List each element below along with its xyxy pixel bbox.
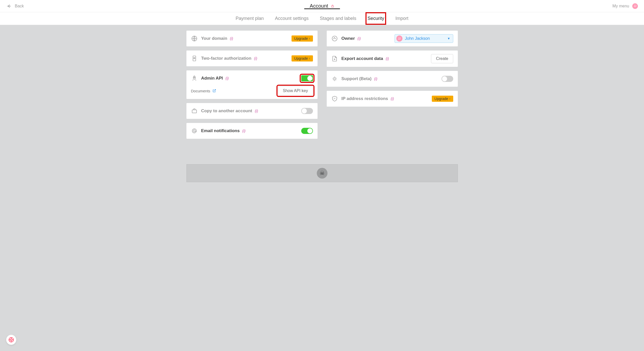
svg-text:IP: IP: [334, 97, 335, 100]
arrow-up-icon: ↑: [309, 57, 310, 60]
svg-rect-2: [193, 56, 196, 61]
danger-zone-band[interactable]: ☠: [186, 164, 458, 182]
info-icon[interactable]: (i): [225, 76, 229, 80]
info-icon[interactable]: (i): [255, 109, 258, 113]
svg-rect-3: [194, 58, 195, 59]
card-support: Support (Beta) (i): [327, 71, 458, 87]
top-right-group: My menu JJ: [612, 3, 638, 9]
help-fab[interactable]: [6, 335, 16, 345]
card-two-factor: Two-factor authorization (i) Upgrade ↑: [186, 51, 318, 66]
tab-security[interactable]: Security: [366, 13, 386, 24]
svg-point-10: [10, 339, 12, 341]
arrow-left-icon: [6, 3, 12, 9]
my-menu-link[interactable]: My menu: [612, 4, 629, 8]
create-button[interactable]: Create: [431, 54, 453, 63]
owner-avatar: JJ: [396, 35, 402, 42]
skull-icon: ☠: [317, 168, 327, 179]
card-your-domain: Your domain (i) Upgrade ↑: [186, 31, 318, 46]
tab-stages-labels[interactable]: Stages and labels: [318, 13, 358, 24]
tab-payment-plan[interactable]: Payment plan: [234, 13, 265, 24]
info-icon[interactable]: (i): [254, 56, 257, 60]
card-admin-api: Admin API (i) Documents Show API key: [186, 70, 318, 99]
copy-account-label: Copy to another account: [201, 108, 252, 113]
documents-link[interactable]: Documents: [191, 89, 217, 93]
owner-name: John Jackson: [405, 36, 430, 41]
support-toggle[interactable]: [441, 76, 453, 82]
copy-account-toggle[interactable]: [301, 108, 313, 114]
shield-ip-icon: IP: [331, 95, 338, 102]
email-notifications-label: Email notifications: [201, 128, 240, 133]
briefcase-icon: [191, 108, 198, 114]
two-factor-label: Two-factor authorization: [201, 56, 251, 61]
arrow-up-icon: ↑: [449, 97, 451, 100]
rocket-icon: [191, 75, 198, 82]
svg-rect-0: [332, 6, 334, 7]
tab-import[interactable]: Import: [394, 13, 410, 24]
upgrade-button-ip[interactable]: Upgrade ↑: [432, 96, 453, 102]
external-link-icon: [212, 89, 216, 93]
support-label: Support (Beta): [342, 76, 372, 81]
svg-point-4: [194, 77, 195, 78]
card-copy-account: Copy to another account (i): [186, 103, 318, 119]
top-title-group: Account: [310, 3, 334, 9]
back-button[interactable]: Back: [6, 3, 24, 9]
info-icon[interactable]: (i): [242, 129, 245, 133]
lock-icon: [331, 4, 334, 8]
chevron-down-icon: ▼: [447, 37, 450, 40]
info-icon[interactable]: (i): [391, 97, 394, 101]
device-icon: [191, 55, 198, 62]
ip-restrictions-label: IP address restrictions: [342, 96, 388, 101]
info-icon[interactable]: (i): [374, 77, 377, 81]
show-api-key-button[interactable]: Show API key: [278, 86, 313, 95]
top-bar: Back Account My menu JJ: [0, 0, 644, 12]
export-label: Export account data: [342, 56, 383, 61]
svg-rect-5: [192, 110, 196, 113]
owner-select[interactable]: JJ John Jackson ▼: [395, 34, 453, 43]
info-icon[interactable]: (i): [386, 57, 389, 61]
content-area: Your domain (i) Upgrade ↑: [0, 25, 644, 351]
your-domain-label: Your domain: [201, 36, 228, 41]
card-export: Export account data (i) Create: [327, 51, 458, 67]
tab-account-settings[interactable]: Account settings: [273, 13, 310, 24]
upgrade-button-domain[interactable]: Upgrade ↑: [292, 35, 313, 42]
arrow-up-icon: ↑: [309, 37, 310, 40]
page-title: Account: [310, 3, 328, 9]
info-icon[interactable]: (i): [230, 36, 233, 41]
card-ip-restrictions: IP IP address restrictions (i) Upgrade ↑: [327, 91, 458, 107]
svg-point-6: [193, 130, 195, 132]
admin-api-label: Admin API: [201, 76, 223, 81]
card-owner: Owner (i) JJ John Jackson ▼: [327, 31, 458, 46]
upgrade-button-2fa[interactable]: Upgrade ↑: [292, 55, 313, 61]
info-icon[interactable]: (i): [358, 36, 361, 41]
title-underline: [304, 8, 340, 9]
sparkle-icon: [331, 76, 338, 82]
avatar[interactable]: JJ: [632, 3, 638, 9]
at-icon: [191, 128, 198, 134]
card-email-notifications: Email notifications (i): [186, 123, 318, 139]
download-file-icon: [331, 55, 338, 62]
svg-point-7: [332, 36, 337, 41]
columns: Your domain (i) Upgrade ↑: [186, 31, 458, 139]
left-column: Your domain (i) Upgrade ↑: [186, 31, 318, 139]
email-notifications-toggle[interactable]: [301, 128, 313, 134]
admin-api-toggle[interactable]: [301, 75, 313, 81]
tabs-row: Payment plan Account settings Stages and…: [0, 12, 644, 25]
globe-icon: [191, 35, 198, 42]
right-column: Owner (i) JJ John Jackson ▼: [327, 31, 458, 139]
back-label: Back: [15, 4, 24, 8]
owner-icon: [331, 35, 338, 42]
owner-label: Owner: [342, 36, 355, 41]
